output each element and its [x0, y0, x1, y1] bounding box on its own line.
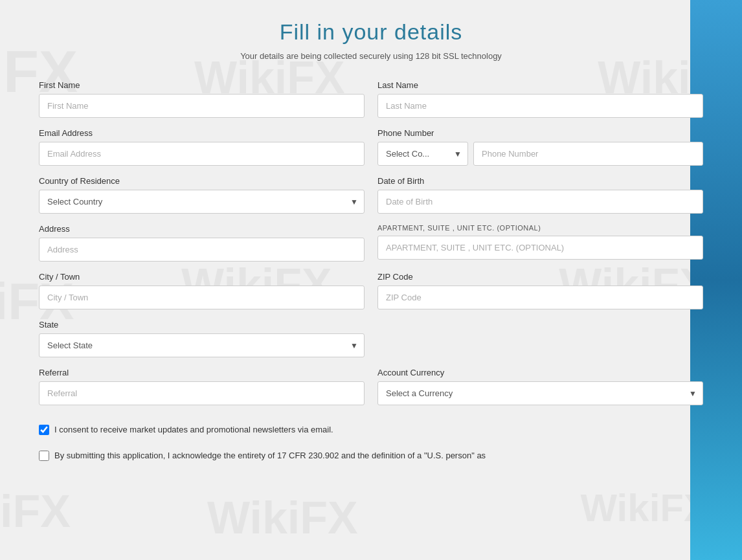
state-select[interactable]: Select State: [39, 333, 365, 357]
first-name-group: First Name: [39, 80, 365, 118]
state-label: State: [39, 320, 365, 330]
last-name-group: Last Name: [377, 80, 703, 118]
currency-select[interactable]: Select a Currency: [377, 381, 703, 405]
city-group: City / Town: [39, 272, 365, 309]
address-group: Address: [39, 224, 365, 262]
dob-label: Date of Birth: [377, 176, 703, 186]
country-select[interactable]: Select Country: [39, 190, 365, 214]
city-input[interactable]: [39, 286, 365, 309]
phone-row: Select Co... ▼: [377, 142, 703, 166]
first-name-input[interactable]: [39, 94, 365, 118]
address2-label: APARTMENT, SUITE , UNIT ETC. (OPTIONAL): [377, 224, 703, 232]
currency-group: Account Currency Select a Currency ▼: [377, 368, 703, 405]
cfr-acknowledgement-checkbox[interactable]: [39, 451, 49, 461]
watermark: iFX: [0, 486, 71, 537]
dob-input[interactable]: [377, 190, 703, 214]
state-row-placeholder: [377, 320, 703, 357]
phone-country-wrapper: Select Co... ▼: [377, 142, 468, 166]
currency-select-wrapper: Select a Currency ▼: [377, 381, 703, 405]
phone-group: Phone Number Select Co... ▼: [377, 128, 703, 166]
last-name-input[interactable]: [377, 94, 703, 118]
cfr-acknowledgement-row: By submitting this application, I acknow…: [39, 449, 703, 462]
address2-group: APARTMENT, SUITE , UNIT ETC. (OPTIONAL): [377, 224, 703, 262]
watermark: WikiFX: [207, 492, 358, 544]
phone-number-input[interactable]: [473, 142, 703, 166]
address2-input[interactable]: [377, 236, 703, 260]
cfr-acknowledgement-label: By submitting this application, I acknow…: [54, 449, 486, 462]
dob-group: Date of Birth: [377, 176, 703, 214]
phone-country-select[interactable]: Select Co...: [377, 142, 468, 166]
country-select-wrapper: Select Country ▼: [39, 190, 365, 214]
last-name-label: Last Name: [377, 80, 703, 90]
referral-input[interactable]: [39, 381, 365, 405]
country-group: Country of Residence Select Country ▼: [39, 176, 365, 214]
page-title: Fill in your details: [39, 19, 703, 45]
city-label: City / Town: [39, 272, 365, 282]
email-group: Email Address: [39, 128, 365, 166]
zip-group: ZIP Code: [377, 272, 703, 309]
email-input[interactable]: [39, 142, 365, 166]
marketing-consent-row: I consent to receive market updates and …: [39, 423, 703, 436]
marketing-consent-label: I consent to receive market updates and …: [54, 423, 333, 436]
phone-label: Phone Number: [377, 128, 703, 138]
page-subtitle: Your details are being collected securel…: [39, 51, 703, 61]
page-container: Fill in your details Your details are be…: [26, 0, 716, 487]
email-label: Email Address: [39, 128, 365, 138]
referral-group: Referral: [39, 368, 365, 405]
currency-label: Account Currency: [377, 368, 703, 377]
registration-form: First Name Last Name Email Address Phone…: [39, 80, 703, 405]
checkboxes-section: I consent to receive market updates and …: [39, 418, 703, 462]
address-label: Address: [39, 224, 365, 234]
country-label: Country of Residence: [39, 176, 365, 186]
first-name-label: First Name: [39, 80, 365, 90]
state-select-wrapper: Select State ▼: [39, 333, 365, 357]
zip-label: ZIP Code: [377, 272, 703, 282]
referral-label: Referral: [39, 368, 365, 377]
address-input[interactable]: [39, 238, 365, 262]
state-group: State Select State ▼: [39, 320, 365, 357]
zip-input[interactable]: [377, 286, 703, 309]
marketing-consent-checkbox[interactable]: [39, 425, 49, 435]
